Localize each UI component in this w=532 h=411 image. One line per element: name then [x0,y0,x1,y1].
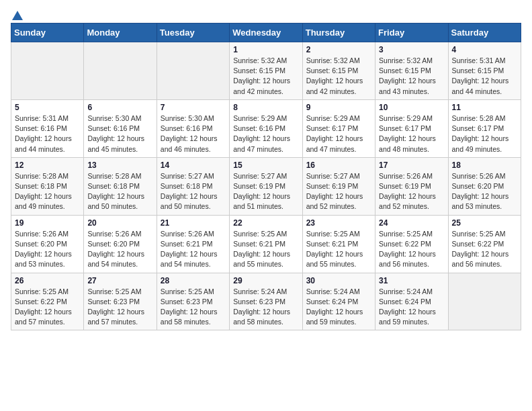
day-info: Sunrise: 5:28 AMSunset: 6:18 PMDaylight:… [87,171,152,212]
weekday-header: Friday [375,24,448,42]
calendar-week-row: 12Sunrise: 5:28 AMSunset: 6:18 PMDayligh… [11,157,521,215]
day-info: Sunrise: 5:25 AMSunset: 6:22 PMDaylight:… [379,229,444,270]
day-number: 22 [233,218,298,228]
day-number: 29 [233,276,298,285]
day-info: Sunrise: 5:27 AMSunset: 6:19 PMDaylight:… [233,171,298,212]
calendar-day-cell: 30Sunrise: 5:24 AMSunset: 6:24 PMDayligh… [302,273,375,330]
day-number: 21 [161,218,226,228]
day-number: 23 [306,218,371,228]
day-info: Sunrise: 5:28 AMSunset: 6:18 PMDaylight:… [15,171,80,212]
day-number: 16 [306,161,371,170]
day-number: 14 [161,161,226,170]
calendar-day-cell: 22Sunrise: 5:25 AMSunset: 6:21 PMDayligh… [230,215,302,273]
day-info: Sunrise: 5:26 AMSunset: 6:21 PMDaylight:… [161,229,226,270]
calendar-day-cell: 11Sunrise: 5:28 AMSunset: 6:17 PMDayligh… [448,99,521,157]
calendar-day-cell: 24Sunrise: 5:25 AMSunset: 6:22 PMDayligh… [375,215,448,273]
day-info: Sunrise: 5:27 AMSunset: 6:18 PMDaylight:… [161,171,226,212]
calendar-day-cell: 21Sunrise: 5:26 AMSunset: 6:21 PMDayligh… [157,215,229,273]
day-info: Sunrise: 5:25 AMSunset: 6:21 PMDaylight:… [233,229,298,270]
logo-icon [11,9,24,21]
day-number: 11 [452,103,517,112]
day-info: Sunrise: 5:25 AMSunset: 6:22 PMDaylight:… [452,229,517,270]
day-info: Sunrise: 5:30 AMSunset: 6:16 PMDaylight:… [87,113,152,154]
day-number: 31 [379,276,444,285]
day-number: 3 [379,45,444,54]
day-info: Sunrise: 5:24 AMSunset: 6:23 PMDaylight:… [233,287,298,328]
day-info: Sunrise: 5:30 AMSunset: 6:16 PMDaylight:… [161,113,226,154]
calendar-day-cell: 5Sunrise: 5:31 AMSunset: 6:16 PMDaylight… [11,99,84,157]
day-info: Sunrise: 5:25 AMSunset: 6:23 PMDaylight:… [161,287,226,328]
day-number: 18 [452,161,517,170]
day-info: Sunrise: 5:26 AMSunset: 6:20 PMDaylight:… [452,171,517,212]
calendar-day-cell: 13Sunrise: 5:28 AMSunset: 6:18 PMDayligh… [84,157,157,215]
day-number: 12 [15,161,80,170]
svg-marker-0 [12,11,23,20]
page-header [11,11,521,19]
calendar-day-cell [448,273,521,330]
day-number: 17 [379,161,444,170]
calendar-day-cell: 16Sunrise: 5:27 AMSunset: 6:19 PMDayligh… [302,157,375,215]
day-number: 15 [233,161,298,170]
calendar-day-cell: 18Sunrise: 5:26 AMSunset: 6:20 PMDayligh… [448,157,521,215]
weekday-header: Sunday [11,24,84,42]
calendar-day-cell: 15Sunrise: 5:27 AMSunset: 6:19 PMDayligh… [230,157,302,215]
calendar-week-row: 26Sunrise: 5:25 AMSunset: 6:22 PMDayligh… [11,273,521,330]
day-number: 5 [15,103,80,112]
day-number: 30 [306,276,371,285]
day-number: 8 [233,103,298,112]
calendar-day-cell: 3Sunrise: 5:32 AMSunset: 6:15 PMDaylight… [375,42,448,100]
day-info: Sunrise: 5:32 AMSunset: 6:15 PMDaylight:… [306,56,371,97]
calendar-day-cell: 8Sunrise: 5:29 AMSunset: 6:16 PMDaylight… [230,99,302,157]
calendar-day-cell: 12Sunrise: 5:28 AMSunset: 6:18 PMDayligh… [11,157,84,215]
calendar-day-cell: 1Sunrise: 5:32 AMSunset: 6:15 PMDaylight… [230,42,302,100]
calendar-day-cell: 28Sunrise: 5:25 AMSunset: 6:23 PMDayligh… [157,273,229,330]
calendar-day-cell: 14Sunrise: 5:27 AMSunset: 6:18 PMDayligh… [157,157,229,215]
day-info: Sunrise: 5:27 AMSunset: 6:19 PMDaylight:… [306,171,371,212]
calendar-day-cell: 31Sunrise: 5:24 AMSunset: 6:24 PMDayligh… [375,273,448,330]
day-number: 10 [379,103,444,112]
weekday-header: Thursday [302,24,375,42]
day-info: Sunrise: 5:31 AMSunset: 6:15 PMDaylight:… [452,56,517,97]
day-number: 27 [87,276,152,285]
calendar-day-cell: 27Sunrise: 5:25 AMSunset: 6:23 PMDayligh… [84,273,157,330]
day-number: 24 [379,218,444,228]
calendar-day-cell: 9Sunrise: 5:29 AMSunset: 6:17 PMDaylight… [302,99,375,157]
calendar-day-cell [11,42,84,100]
day-info: Sunrise: 5:25 AMSunset: 6:22 PMDaylight:… [15,287,80,328]
day-number: 9 [306,103,371,112]
calendar-day-cell: 2Sunrise: 5:32 AMSunset: 6:15 PMDaylight… [302,42,375,100]
day-info: Sunrise: 5:29 AMSunset: 6:16 PMDaylight:… [233,113,298,154]
day-info: Sunrise: 5:25 AMSunset: 6:23 PMDaylight:… [87,287,152,328]
calendar-day-cell: 19Sunrise: 5:26 AMSunset: 6:20 PMDayligh… [11,215,84,273]
day-number: 6 [87,103,152,112]
weekday-header: Saturday [448,24,521,42]
calendar-week-row: 19Sunrise: 5:26 AMSunset: 6:20 PMDayligh… [11,215,521,273]
day-number: 7 [161,103,226,112]
day-info: Sunrise: 5:26 AMSunset: 6:20 PMDaylight:… [15,229,80,270]
day-info: Sunrise: 5:32 AMSunset: 6:15 PMDaylight:… [379,56,444,97]
calendar-day-cell: 7Sunrise: 5:30 AMSunset: 6:16 PMDaylight… [157,99,229,157]
day-number: 4 [452,45,517,54]
calendar-day-cell: 20Sunrise: 5:26 AMSunset: 6:20 PMDayligh… [84,215,157,273]
calendar-table: SundayMondayTuesdayWednesdayThursdayFrid… [11,23,521,330]
day-number: 19 [15,218,80,228]
calendar-week-row: 1Sunrise: 5:32 AMSunset: 6:15 PMDaylight… [11,42,521,100]
day-info: Sunrise: 5:24 AMSunset: 6:24 PMDaylight:… [306,287,371,328]
day-info: Sunrise: 5:25 AMSunset: 6:21 PMDaylight:… [306,229,371,270]
calendar-day-cell [157,42,229,100]
calendar-week-row: 5Sunrise: 5:31 AMSunset: 6:16 PMDaylight… [11,99,521,157]
calendar-day-cell: 10Sunrise: 5:29 AMSunset: 6:17 PMDayligh… [375,99,448,157]
day-number: 2 [306,45,371,54]
day-number: 20 [87,218,152,228]
calendar-header-row: SundayMondayTuesdayWednesdayThursdayFrid… [11,24,521,42]
weekday-header: Monday [84,24,157,42]
day-info: Sunrise: 5:28 AMSunset: 6:17 PMDaylight:… [452,113,517,154]
day-info: Sunrise: 5:29 AMSunset: 6:17 PMDaylight:… [379,113,444,154]
logo [11,11,24,19]
day-number: 25 [452,218,517,228]
day-number: 28 [161,276,226,285]
calendar-day-cell: 23Sunrise: 5:25 AMSunset: 6:21 PMDayligh… [302,215,375,273]
day-info: Sunrise: 5:24 AMSunset: 6:24 PMDaylight:… [379,287,444,328]
day-info: Sunrise: 5:26 AMSunset: 6:19 PMDaylight:… [379,171,444,212]
calendar-day-cell: 6Sunrise: 5:30 AMSunset: 6:16 PMDaylight… [84,99,157,157]
